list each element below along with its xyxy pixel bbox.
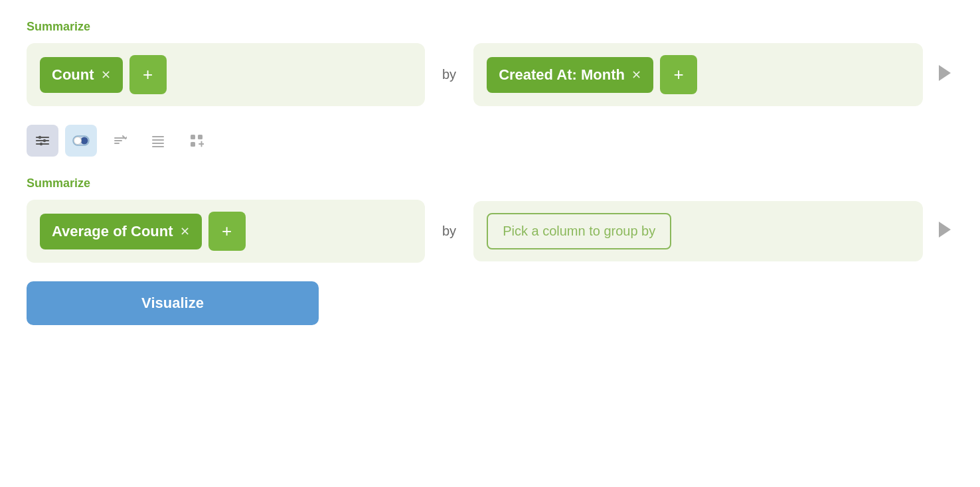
filter-btn[interactable]: [27, 125, 58, 157]
svg-point-8: [81, 137, 88, 145]
list-btn[interactable]: [142, 125, 174, 157]
svg-rect-18: [198, 135, 203, 139]
svg-rect-17: [191, 135, 195, 139]
groupby-container-1: Created At: Month ✕ +: [473, 43, 923, 106]
summarize-section-1: Summarize Count ✕ + by Created At: Month…: [27, 20, 953, 106]
count-tag-close-icon[interactable]: ✕: [101, 68, 111, 82]
svg-point-4: [39, 136, 41, 139]
list-icon: [151, 133, 165, 148]
svg-point-5: [43, 139, 46, 142]
toolbar: [27, 125, 953, 157]
avg-count-tag-label: Average of Count: [52, 223, 173, 240]
sort-icon: [112, 133, 127, 148]
summarize-row-2: Average of Count ✕ + by Pick a column to…: [27, 200, 953, 263]
metrics-container-1: Count ✕ +: [27, 43, 425, 106]
svg-rect-19: [191, 142, 195, 147]
svg-point-6: [40, 143, 42, 145]
summarize-label-2: Summarize: [27, 176, 953, 190]
svg-marker-22: [939, 222, 951, 238]
summarize-section-2: Summarize Average of Count ✕ + by Pick a…: [27, 176, 953, 263]
toggle-icon: [72, 134, 90, 147]
sort-btn[interactable]: [104, 125, 135, 157]
run-arrow-btn-1[interactable]: [936, 62, 953, 88]
visualize-button[interactable]: Visualize: [27, 281, 319, 325]
run-arrow-btn-2[interactable]: [936, 219, 953, 244]
groupby-container-2: Pick a column to group by: [473, 201, 923, 261]
toggle-btn[interactable]: [65, 125, 97, 157]
grid-icon: [189, 133, 204, 148]
metrics-container-2: Average of Count ✕ +: [27, 200, 425, 263]
summarize-label-1: Summarize: [27, 20, 953, 34]
avg-count-tag[interactable]: Average of Count ✕: [40, 214, 202, 249]
add-groupby-btn-1[interactable]: +: [660, 55, 697, 94]
created-at-month-label: Created At: Month: [499, 66, 625, 84]
count-tag[interactable]: Count ✕: [40, 57, 123, 93]
avg-count-tag-close-icon[interactable]: ✕: [180, 224, 190, 239]
created-at-month-close-icon[interactable]: ✕: [631, 68, 641, 82]
pick-column-btn[interactable]: Pick a column to group by: [487, 213, 671, 249]
summarize-row-1: Count ✕ + by Created At: Month ✕ +: [27, 43, 953, 106]
created-at-month-tag[interactable]: Created At: Month ✕: [487, 57, 653, 93]
svg-marker-0: [939, 65, 951, 81]
by-label-1: by: [438, 67, 460, 82]
grid-btn[interactable]: [181, 125, 212, 157]
add-metric-btn-2[interactable]: +: [208, 212, 246, 251]
count-tag-label: Count: [52, 66, 94, 84]
svg-point-9: [74, 137, 82, 145]
filter-icon: [35, 133, 50, 148]
pick-column-label: Pick a column to group by: [503, 224, 655, 239]
by-label-2: by: [438, 224, 460, 239]
add-metric-btn-1[interactable]: +: [129, 55, 167, 94]
